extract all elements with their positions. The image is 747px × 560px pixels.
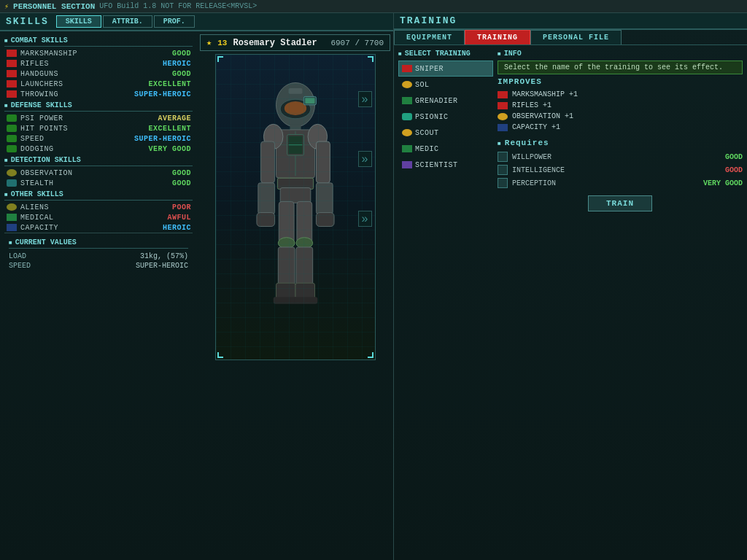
req-willpower: WILLPOWER GOOD <box>498 150 743 163</box>
skill-medical[interactable]: MEDICAL AWFUL <box>4 212 193 222</box>
training-item-grenadier[interactable]: GRENADIER <box>398 93 493 109</box>
svg-rect-14 <box>258 183 274 214</box>
svg-rect-15 <box>316 183 333 214</box>
req-perception: PERCEPTION VERY GOOD <box>498 176 743 190</box>
skill-marksmanship[interactable]: MARKSMANSHIP GOOD <box>4 48 193 58</box>
skill-observation[interactable]: OBSERVATION GOOD <box>4 168 193 178</box>
train-button-row: TRAIN <box>498 195 743 211</box>
improve-rifles: RIFLES +1 <box>498 100 743 111</box>
defense-skills-header: DEFENSE SKILLS <box>4 99 193 112</box>
rotate-up-btn[interactable]: » <box>358 91 372 107</box>
svg-rect-18 <box>277 178 313 189</box>
char-name-bar: ★ 13 Rosemary Stadler 6907 / 7700 <box>200 34 390 51</box>
intelligence-icon <box>498 165 508 175</box>
subtitle-text: UFO Build 1.8 NOT FOR RELEASE<MRVSL> <box>99 2 257 10</box>
svg-rect-27 <box>295 283 315 303</box>
training-item-sniper[interactable]: SNIPER <box>398 61 493 77</box>
main-layout: SKILLS SKILLS ATTRIB. PROF. COMBAT SKILL… <box>0 13 747 560</box>
tab-personal-file[interactable]: PERSONAL FILE <box>530 30 622 44</box>
svg-rect-26 <box>276 283 295 303</box>
svg-rect-3 <box>288 88 302 94</box>
svg-rect-5 <box>305 98 314 104</box>
svg-rect-30 <box>287 135 303 155</box>
svg-point-0 <box>276 82 314 127</box>
svg-point-11 <box>308 124 328 149</box>
svg-rect-6 <box>290 124 301 131</box>
rank-icon: ★ <box>206 37 212 48</box>
char-level: 13 <box>217 39 227 47</box>
skill-stealth[interactable]: STEALTH GOOD <box>4 178 193 188</box>
training-title: TRAINING <box>400 15 457 26</box>
select-training-panel: SELECT TRAINING SNIPER SOL GRENADIER PSI… <box>398 50 493 556</box>
improve-observation: OBSERVATION +1 <box>498 111 743 122</box>
training-item-psionic[interactable]: PSIONIC <box>398 109 493 125</box>
cv-speed: SPEED SUPER-HEROIC <box>9 261 188 271</box>
detection-skills-header: DETECTION SKILLS <box>4 154 193 166</box>
rotate-down-btn[interactable]: » <box>358 211 372 227</box>
training-item-medic[interactable]: MEDIC <box>398 141 493 157</box>
char-figure: » » » <box>215 54 376 360</box>
svg-point-2 <box>284 101 306 115</box>
skills-title: SKILLS <box>6 16 49 27</box>
char-view: ★ 13 Rosemary Stadler 6907 / 7700 <box>197 31 393 560</box>
corner-br <box>368 352 374 358</box>
skill-psi-power[interactable]: PSI POWER AVERAGE <box>4 113 193 123</box>
skill-hit-points[interactable]: HIT POINTS EXCELLENT <box>4 123 193 133</box>
svg-rect-28 <box>273 297 296 303</box>
requires-section: Requires WILLPOWER GOOD INTELLIGENCE GOO… <box>498 139 743 190</box>
improves-section: IMPROVES MARKSMANSHIP +1 RIFLES +1 OBSER… <box>498 77 743 133</box>
soldier-figure <box>244 76 347 338</box>
skills-tabs: SKILLS ATTRIB. PROF. <box>56 15 195 28</box>
skill-rifles[interactable]: RIFLES HEROIC <box>4 58 193 69</box>
training-tabs: EQUIPMENT TRAINING PERSONAL FILE <box>394 30 747 45</box>
tab-training[interactable]: TRAINING <box>465 30 530 44</box>
svg-rect-17 <box>316 213 334 227</box>
char-name: Rosemary Stadler <box>233 38 317 48</box>
rotation-arrows: » » » <box>358 91 372 227</box>
skill-throwing[interactable]: THROWING SUPER-HEROIC <box>4 89 193 99</box>
training-item-sol[interactable]: SOL <box>398 77 493 93</box>
skill-launchers[interactable]: LAUNCHERS EXCELLENT <box>4 79 193 89</box>
skill-speed[interactable]: SPEED SUPER-HEROIC <box>4 133 193 144</box>
train-button[interactable]: TRAIN <box>588 195 652 211</box>
title-text: PERSONNEL SECTION <box>13 2 95 11</box>
tab-attrib[interactable]: ATTRIB. <box>103 15 152 28</box>
skill-handguns[interactable]: HANDGUNS GOOD <box>4 69 193 79</box>
info-title: INFO <box>498 50 743 58</box>
svg-rect-7 <box>276 130 314 178</box>
skill-aliens[interactable]: ALIENS POOR <box>4 202 193 212</box>
req-intelligence: INTELLIGENCE GOOD <box>498 163 743 176</box>
current-values: CURRENT VALUES LOAD 31kg, (57%) SPEED SU… <box>4 233 193 273</box>
tab-prof[interactable]: PROF. <box>154 15 195 28</box>
perception-icon <box>498 178 508 188</box>
skill-capacity[interactable]: CAPACITY HEROIC <box>4 222 193 233</box>
training-item-scientist[interactable]: SCIENTIST <box>398 157 493 173</box>
tab-skills[interactable]: SKILLS <box>56 15 101 28</box>
svg-point-23 <box>295 238 312 249</box>
skills-char-layout: COMBAT SKILLS MARKSMANSHIP GOOD RIFLES H… <box>0 31 393 560</box>
svg-rect-25 <box>295 247 312 285</box>
corner-tr <box>368 56 374 62</box>
skills-list: COMBAT SKILLS MARKSMANSHIP GOOD RIFLES H… <box>0 31 197 560</box>
svg-rect-16 <box>256 213 274 227</box>
improve-capacity: CAPACITY +1 <box>498 122 743 133</box>
svg-rect-31 <box>288 136 302 154</box>
rotate-mid-btn[interactable]: » <box>358 151 372 167</box>
select-training-title: SELECT TRAINING <box>398 50 493 58</box>
improve-marksmanship: MARKSMANSHIP +1 <box>498 89 743 100</box>
willpower-icon <box>498 152 508 162</box>
svg-rect-20 <box>279 201 294 243</box>
training-header: TRAINING <box>394 13 747 30</box>
svg-point-1 <box>280 99 311 119</box>
right-panel: TRAINING EQUIPMENT TRAINING PERSONAL FIL… <box>394 13 747 560</box>
improves-title: IMPROVES <box>498 77 743 86</box>
svg-point-10 <box>263 124 283 149</box>
svg-rect-24 <box>278 247 295 285</box>
svg-rect-29 <box>294 297 317 303</box>
tab-equipment[interactable]: EQUIPMENT <box>394 30 465 44</box>
skill-dodging[interactable]: DODGING VERY GOOD <box>4 144 193 154</box>
training-item-scout[interactable]: SCOUT <box>398 125 493 141</box>
svg-rect-4 <box>303 96 316 104</box>
skills-header: SKILLS SKILLS ATTRIB. PROF. <box>0 13 393 31</box>
info-tooltip: Select the name of the training to see i… <box>498 61 743 74</box>
